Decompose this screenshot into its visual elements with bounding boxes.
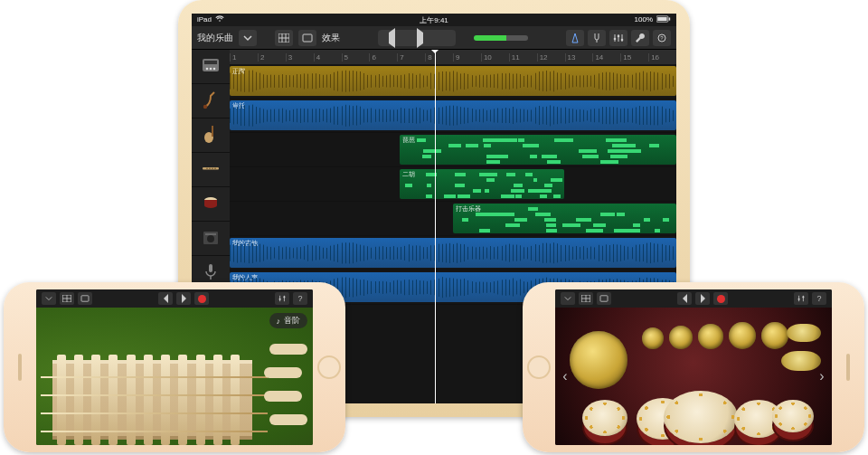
master-volume-meter[interactable] [474,35,528,41]
clip[interactable]: 打击乐器 [453,204,676,233]
help-icon[interactable]: ? [812,292,826,305]
fx-button[interactable]: 效果 [322,32,340,44]
ruler-tick[interactable]: 13 [565,53,593,62]
track-row[interactable]: 正脚 [230,64,676,99]
floor-drum[interactable] [582,400,627,436]
tuning-peg[interactable] [269,344,307,355]
tuning-peg[interactable] [269,414,307,425]
chevron-down-icon[interactable] [561,292,575,305]
ruler-tick[interactable]: 3 [286,53,314,62]
svg-rect-24 [203,167,219,169]
loop-browser-icon[interactable] [78,292,92,305]
help-icon[interactable]: ? [653,30,671,46]
grid-icon[interactable] [60,292,74,305]
chevron-down-icon[interactable] [42,292,56,305]
ruler-tick[interactable]: 7 [397,53,425,62]
loop-browser-icon[interactable] [298,30,316,46]
big-drum[interactable] [664,391,738,443]
record-button[interactable] [194,292,209,305]
small-gong[interactable] [761,322,788,349]
pipa-string[interactable] [41,412,268,414]
rewind-button[interactable] [389,33,395,43]
ruler-tick[interactable]: 12 [537,53,565,62]
ruler-tick[interactable]: 15 [620,53,648,62]
big-gong[interactable] [570,331,627,389]
pipa-string[interactable] [41,431,268,432]
svg-rect-23 [212,126,213,137]
loop-browser-icon[interactable] [597,292,611,305]
clip[interactable]: 正脚 [230,66,676,96]
transport-controls [158,292,209,305]
rewind-button[interactable] [677,292,692,305]
grid-icon[interactable] [275,30,293,46]
sliders-icon[interactable] [275,292,289,305]
track-row[interactable]: 琵琶 [230,133,676,167]
pipa-instrument-surface[interactable]: ♪ 音阶 [36,308,313,445]
rewind-button[interactable] [158,292,173,305]
ruler-tick[interactable]: 10 [481,53,509,62]
ruler-tick[interactable]: 6 [369,53,397,62]
ruler-tick[interactable]: 4 [314,53,342,62]
pipa-string[interactable] [41,394,268,396]
sliders-icon[interactable] [794,292,808,305]
tuning-peg[interactable] [264,367,302,378]
ruler-tick[interactable]: 1 [230,53,258,62]
track-header[interactable] [192,222,230,256]
chinese-percussion-surface[interactable]: ‹ › [555,308,832,445]
pipa-neck[interactable] [52,360,251,440]
track-header[interactable] [192,153,230,187]
ruler-tick[interactable]: 2 [258,53,286,62]
small-gong[interactable] [642,327,664,349]
phone-right-toolbar: ? [555,289,832,308]
battery-percent: 100% [635,15,653,24]
chevron-down-icon[interactable] [239,30,257,46]
track-header[interactable] [192,50,230,84]
small-gong[interactable] [729,322,756,349]
clip[interactable]: 二胡 [400,169,565,199]
track-header[interactable] [192,187,230,222]
cymbal[interactable] [781,351,821,371]
metronome-icon[interactable] [566,30,584,46]
help-icon[interactable]: ? [293,292,307,305]
wrench-icon[interactable] [631,30,649,46]
svg-point-42 [283,296,285,298]
playhead[interactable] [435,50,436,403]
ruler-tick[interactable]: 9 [453,53,481,62]
track-row[interactable]: 打击乐器 [230,202,676,236]
tuning-fork-icon[interactable] [588,30,606,46]
track-header[interactable] [192,84,230,118]
svg-rect-1 [657,17,666,21]
home-button[interactable] [527,355,551,379]
ruler-tick[interactable]: 8 [425,53,453,62]
pipa-string[interactable] [41,376,268,378]
clip[interactable]: 琵琶 [400,135,676,165]
play-button[interactable] [695,292,710,305]
record-button[interactable] [713,292,728,305]
scale-button[interactable]: ♪ 音阶 [269,313,308,328]
timeline-ruler[interactable]: 12345678910111213141516 [230,50,676,64]
small-gong[interactable] [669,326,693,349]
sliders-icon[interactable] [609,30,627,46]
song-title[interactable]: 我的乐曲 [197,32,233,44]
cymbal[interactable] [787,324,821,342]
grid-icon[interactable] [579,292,593,305]
play-button[interactable] [176,292,191,305]
track-row[interactable]: 肯托 [230,99,676,133]
play-button[interactable] [417,33,423,43]
ruler-tick[interactable]: 5 [342,53,370,62]
clip[interactable]: 我的吉他 [230,238,676,268]
floor-drum[interactable] [772,400,814,432]
small-gong[interactable] [698,324,723,349]
clip[interactable]: 肯托 [230,100,676,130]
track-row[interactable]: 二胡 [230,167,676,202]
home-button[interactable] [317,355,341,379]
ruler-tick[interactable]: 14 [592,53,620,62]
track-header[interactable] [192,118,230,153]
svg-text:?: ? [660,35,664,41]
tuning-peg[interactable] [264,391,302,402]
track-row[interactable]: 我的吉他 [230,236,676,270]
ruler-tick[interactable]: 11 [509,53,537,62]
svg-rect-17 [204,61,217,64]
ruler-tick[interactable]: 16 [648,53,676,62]
svg-point-49 [798,299,800,300]
